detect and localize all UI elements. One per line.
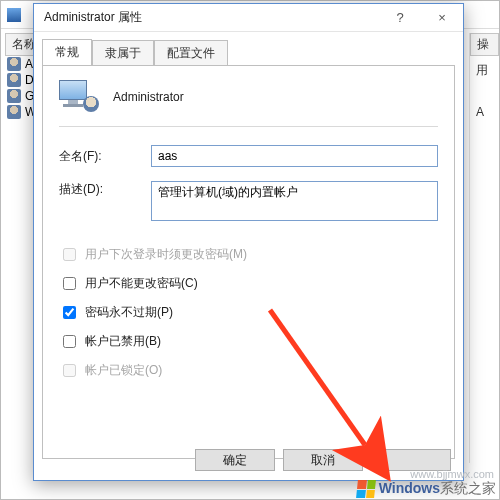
properties-dialog: Administrator 属性 ? × 常规 隶属于 配置文件 Adminis… — [33, 3, 464, 481]
dialog-title: Administrator 属性 — [34, 9, 379, 26]
watermark-url: www.bjjmwx.com — [410, 468, 494, 480]
description-label: 描述(D): — [59, 181, 151, 198]
checkbox[interactable] — [63, 277, 76, 290]
watermark-brand: Windows — [379, 480, 440, 496]
watermark-suffix: 系统之家 — [440, 480, 496, 496]
description-input[interactable] — [151, 181, 438, 221]
mmc-icon — [7, 8, 21, 22]
check-never-expire[interactable]: 密码永不过期(P) — [59, 303, 438, 322]
windows-logo-icon — [356, 480, 376, 498]
tab-label: 常规 — [55, 45, 79, 59]
help-button[interactable]: ? — [379, 4, 421, 32]
computer-user-icon — [59, 80, 99, 114]
user-icon — [7, 89, 21, 103]
ok-button[interactable]: 确定 — [195, 449, 275, 471]
dialog-button-bar: 确定 取消 — [34, 440, 463, 480]
account-name: Administrator — [113, 90, 184, 104]
check-label: 帐户已锁定(O) — [85, 362, 162, 379]
cancel-button[interactable]: 取消 — [283, 449, 363, 471]
check-locked: 帐户已锁定(O) — [59, 361, 438, 380]
tab-memberof[interactable]: 隶属于 — [92, 40, 154, 66]
watermark: Windows系统之家 — [357, 480, 496, 498]
check-label: 用户不能更改密码(C) — [85, 275, 198, 292]
tab-label: 配置文件 — [167, 46, 215, 60]
checkbox — [63, 364, 76, 377]
dialog-titlebar[interactable]: Administrator 属性 ? × — [34, 4, 463, 32]
fullname-input[interactable] — [151, 145, 438, 167]
close-icon: × — [438, 10, 446, 25]
account-header: Administrator — [59, 80, 438, 114]
description-field: 描述(D): — [59, 181, 438, 221]
actions-item[interactable]: A — [470, 99, 499, 125]
check-cannot-change[interactable]: 用户不能更改密码(C) — [59, 274, 438, 293]
check-label: 密码永不过期(P) — [85, 304, 173, 321]
check-disabled[interactable]: 帐户已禁用(B) — [59, 332, 438, 351]
tab-general[interactable]: 常规 — [42, 39, 92, 66]
user-icon — [7, 57, 21, 71]
help-icon: ? — [396, 10, 403, 25]
separator — [59, 126, 438, 127]
tab-label: 隶属于 — [105, 46, 141, 60]
close-button[interactable]: × — [421, 4, 463, 32]
fullname-field: 全名(F): — [59, 145, 438, 167]
tab-strip: 常规 隶属于 配置文件 — [34, 32, 463, 65]
tab-profile[interactable]: 配置文件 — [154, 40, 228, 66]
fullname-label: 全名(F): — [59, 148, 151, 165]
actions-subheader: 用 — [470, 56, 499, 85]
button-label: 取消 — [311, 453, 335, 467]
user-icon — [7, 73, 21, 87]
check-must-change: 用户下次登录时须更改密码(M) — [59, 245, 438, 264]
checkbox[interactable] — [63, 306, 76, 319]
tab-panel-general: Administrator 全名(F): 描述(D): 用户下次登录时须更改密码… — [42, 65, 455, 459]
actions-header: 操 — [470, 33, 499, 56]
button-label: 确定 — [223, 453, 247, 467]
checkbox — [63, 248, 76, 261]
user-icon — [7, 105, 21, 119]
actions-pane: 操 用 A — [469, 33, 499, 463]
check-label: 帐户已禁用(B) — [85, 333, 161, 350]
check-label: 用户下次登录时须更改密码(M) — [85, 246, 247, 263]
checkbox[interactable] — [63, 335, 76, 348]
